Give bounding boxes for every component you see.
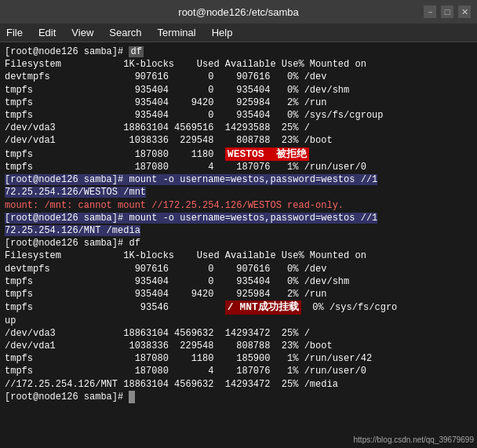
close-button[interactable]: ✕ <box>458 5 471 18</box>
menu-bar: File Edit View Search Terminal Help <box>0 24 477 42</box>
menu-view[interactable]: View <box>68 25 96 40</box>
terminal-text: [root@node126 samba]# df Filesystem 1K-b… <box>5 46 397 402</box>
menu-terminal[interactable]: Terminal <box>155 25 199 40</box>
maximize-button[interactable]: □ <box>441 5 453 18</box>
terminal-output[interactable]: [root@node126 samba]# df Filesystem 1K-b… <box>0 42 477 448</box>
menu-help[interactable]: Help <box>209 25 236 40</box>
menu-search[interactable]: Search <box>106 25 144 40</box>
menu-file[interactable]: File <box>3 25 26 40</box>
menu-edit[interactable]: Edit <box>35 25 59 40</box>
title-bar: root@node126:/etc/samba － □ ✕ <box>0 0 477 24</box>
terminal-window: root@node126:/etc/samba － □ ✕ File Edit … <box>0 0 477 448</box>
minimize-button[interactable]: － <box>424 5 436 18</box>
watermark: https://blog.csdn.net/qq_39679699 <box>354 435 474 446</box>
window-controls[interactable]: － □ ✕ <box>424 5 471 18</box>
window-title: root@node126:/etc/samba <box>53 6 424 18</box>
